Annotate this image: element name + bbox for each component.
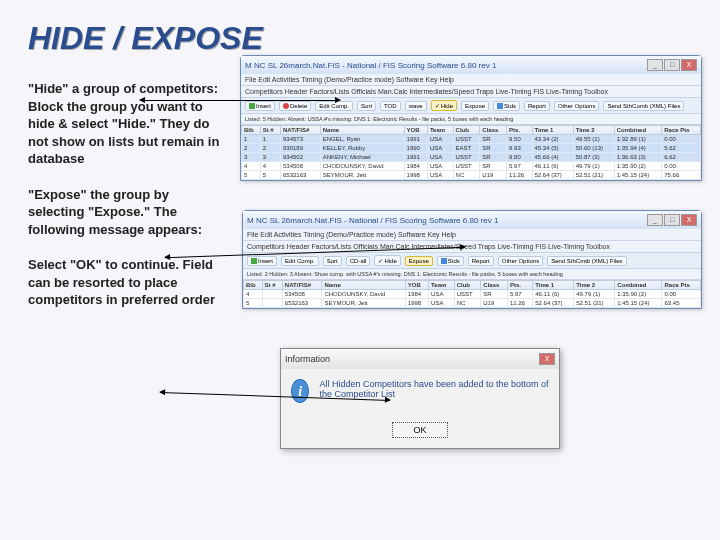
toolbar: Insert Edit Comp. Sort CD-all ✓ Hide Exp…: [243, 253, 701, 269]
menubar[interactable]: File Edit Activities Timing (Demo/Practi…: [241, 74, 701, 86]
other-options-button[interactable]: Other Options: [498, 256, 543, 266]
column-header[interactable]: Combined: [615, 281, 662, 290]
stds-button[interactable]: Stds: [493, 101, 520, 111]
column-header[interactable]: Combined: [614, 126, 662, 135]
table-row[interactable]: 4534508CHODOUNSKY, David1984USAUSSTSR5.9…: [244, 290, 701, 299]
report-button[interactable]: Report: [468, 256, 494, 266]
dialog-close-button[interactable]: X: [539, 353, 555, 365]
table-row[interactable]: 22930189KELLEY, Robby1990USAEASTSR9.9345…: [242, 144, 701, 153]
table-row[interactable]: 556532163SEYMOUR, Jett1998USANCU1911.265…: [242, 171, 701, 180]
expose-button[interactable]: Expose: [461, 101, 489, 111]
status-line: Listed: 5 Hidden: Absent: USSA #'s missi…: [241, 114, 701, 125]
window-title: M NC SL 26march.Nat.FIS - National / FIS…: [245, 61, 496, 70]
competitor-table[interactable]: BibSt #NAT/FIS#NameYOBTeamClubClassPts.T…: [241, 125, 701, 180]
column-header[interactable]: Time 2: [573, 126, 614, 135]
competitor-table[interactable]: BibSt #NAT/FIS#NameYOBTeamClubClassPts.T…: [243, 280, 701, 308]
maximize-button[interactable]: □: [664, 214, 680, 226]
hide-button[interactable]: ✓ Hide: [374, 255, 400, 266]
tod-button[interactable]: TOD: [380, 101, 401, 111]
column-header[interactable]: Class: [481, 281, 508, 290]
column-header[interactable]: Name: [320, 126, 404, 135]
table-row[interactable]: 44534508CHODOUNSKY, David1984USAUSSTSR5.…: [242, 162, 701, 171]
column-header[interactable]: Bib: [244, 281, 263, 290]
table-row[interactable]: 56532163SEYMOUR, Jett1998USANCU1911.2652…: [244, 299, 701, 308]
dialog-titlebar: Information X: [281, 349, 559, 369]
paragraph-expose: "Expose" the group by selecting "Expose.…: [28, 186, 228, 239]
minimize-button[interactable]: _: [647, 214, 663, 226]
dialog-message: All Hidden Competitors have been added t…: [319, 379, 549, 399]
left-text-column: "Hide" a group of competitors: Block the…: [28, 80, 228, 327]
ok-button[interactable]: OK: [392, 422, 447, 438]
close-button[interactable]: X: [681, 214, 697, 226]
column-header[interactable]: Time 1: [533, 281, 574, 290]
column-header[interactable]: Time 1: [532, 126, 573, 135]
column-header[interactable]: Club: [454, 281, 481, 290]
sort-button[interactable]: Sort: [357, 101, 376, 111]
dialog-title: Information: [285, 354, 330, 364]
app-window-top: M NC SL 26march.Nat.FIS - National / FIS…: [240, 55, 702, 181]
titlebar: M NC SL 26march.Nat.FIS - National / FIS…: [241, 56, 701, 74]
delete-button[interactable]: Delete: [279, 101, 311, 111]
column-header[interactable]: YOB: [404, 126, 427, 135]
column-header[interactable]: YOB: [405, 281, 428, 290]
column-header[interactable]: Pts.: [507, 281, 532, 290]
column-header[interactable]: Name: [322, 281, 405, 290]
minimize-button[interactable]: _: [647, 59, 663, 71]
stds-button[interactable]: Stds: [437, 256, 464, 266]
insert-button[interactable]: Insert: [247, 256, 277, 266]
maximize-button[interactable]: □: [664, 59, 680, 71]
column-header[interactable]: St #: [262, 281, 282, 290]
table-row[interactable]: 11934573ENGEL, Ryan1991USAUSSTSR9.5043.3…: [242, 135, 701, 144]
table-row[interactable]: 33934502ANKENY, Michael1991USAUSSTSR9.80…: [242, 153, 701, 162]
other-options-button[interactable]: Other Options: [554, 101, 599, 111]
report-button[interactable]: Report: [524, 101, 550, 111]
menubar[interactable]: File Edit Activities Timing (Demo/Practi…: [243, 229, 701, 241]
tabbar[interactable]: Competitors Header Factors/Lists Officia…: [241, 86, 701, 98]
hide-button[interactable]: ✓ Hide: [431, 100, 457, 111]
column-header[interactable]: Team: [429, 281, 455, 290]
paragraph-hide: "Hide" a group of competitors: Block the…: [28, 80, 228, 168]
sort-button[interactable]: Sort: [323, 256, 342, 266]
column-header[interactable]: Race Pts: [662, 126, 701, 135]
column-header[interactable]: Pts.: [507, 126, 532, 135]
insert-button[interactable]: Insert: [245, 101, 275, 111]
wave-button[interactable]: wave: [405, 101, 427, 111]
send-files-button[interactable]: Send SthComb (XML) Files: [603, 101, 684, 111]
cd-all-button[interactable]: CD-all: [346, 256, 371, 266]
column-header[interactable]: Class: [480, 126, 507, 135]
close-button[interactable]: X: [681, 59, 697, 71]
column-header[interactable]: NAT/FIS#: [282, 281, 322, 290]
titlebar: M NC SL 26march.Nat.FIS - National / FIS…: [243, 211, 701, 229]
paragraph-ok: Select "OK" to continue. Field can be re…: [28, 256, 228, 309]
info-icon: i: [291, 379, 309, 403]
page-title: HIDE / EXPOSE: [28, 20, 692, 57]
status-line: Listed: 2 Hidden: 3 Absent: Show comp. w…: [243, 269, 701, 280]
send-files-button[interactable]: Send SthCmtb (XML) Files: [547, 256, 626, 266]
app-window-bottom: M NC SL 26march.Nat.FIS - National / FIS…: [242, 210, 702, 309]
column-header[interactable]: St #: [260, 126, 280, 135]
column-header[interactable]: Club: [453, 126, 480, 135]
column-header[interactable]: Team: [427, 126, 453, 135]
window-title: M NC SL 26march.Nat.FIS - National / FIS…: [247, 216, 498, 225]
column-header[interactable]: Bib: [242, 126, 261, 135]
arrow-to-hide: [140, 100, 340, 101]
expose-button[interactable]: Expose: [405, 256, 433, 266]
edit-comp-button[interactable]: Edit Comp.: [281, 256, 319, 266]
column-header[interactable]: Time 2: [574, 281, 615, 290]
column-header[interactable]: NAT/FIS#: [281, 126, 321, 135]
column-header[interactable]: Race Pts: [662, 281, 701, 290]
